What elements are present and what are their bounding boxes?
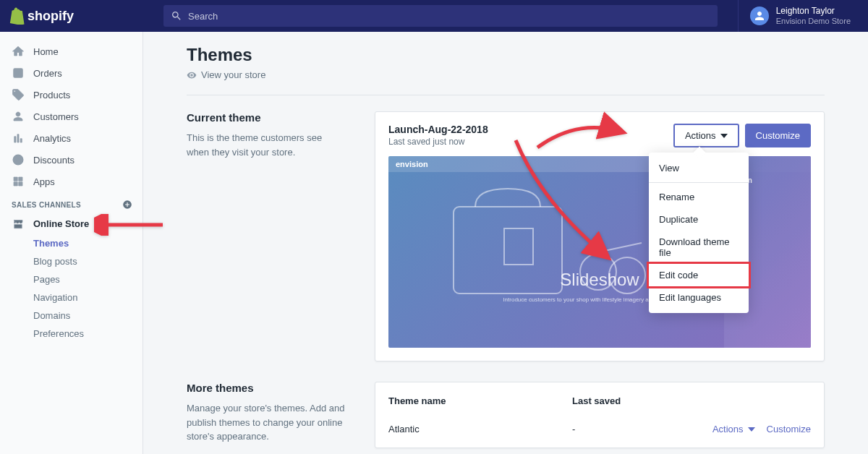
brand-text: shopify <box>27 9 74 24</box>
section-info: Current theme This is the theme customer… <box>187 111 346 361</box>
logo-area[interactable]: shopify <box>6 7 143 25</box>
row-theme-name: Atlantic <box>388 424 572 434</box>
view-store-link[interactable]: View your store <box>187 69 825 80</box>
sidebar-sub-blog[interactable]: Blog posts <box>33 252 142 270</box>
apps-icon <box>12 175 25 188</box>
customize-button[interactable]: Customize <box>745 124 811 147</box>
customize-button-label: Customize <box>756 130 800 141</box>
sidebar-sub-items: Themes Blog posts Pages Navigation Domai… <box>0 234 142 343</box>
search-input[interactable] <box>188 11 710 22</box>
theme-saved: Last saved just now <box>388 137 488 147</box>
store-icon <box>12 217 25 230</box>
channels-header-text: SALES CHANNELS <box>12 201 81 209</box>
theme-name: Launch-Aug-22-2018 <box>388 124 488 135</box>
section-info: More themes Manage your store's themes. … <box>187 382 346 448</box>
user-store: Envision Demo Store <box>776 17 851 26</box>
more-themes-card: Theme name Last saved Atlantic - Actions… <box>375 382 825 448</box>
actions-button[interactable]: Actions <box>673 124 739 147</box>
eye-icon <box>187 70 197 80</box>
search-wrap <box>143 5 738 27</box>
section-desc: This is the theme customers see when the… <box>187 131 346 159</box>
dropdown-view[interactable]: View <box>649 157 749 179</box>
actions-button-label: Actions <box>685 130 716 141</box>
sidebar-sub-preferences[interactable]: Preferences <box>33 325 142 343</box>
theme-buttons: Actions Customize View Rename Duplicate <box>673 124 811 147</box>
dropdown-duplicate[interactable]: Duplicate <box>649 208 749 231</box>
slideshow-title: Slideshow <box>560 270 639 290</box>
sidebar-sub-navigation[interactable]: Navigation <box>33 288 142 307</box>
view-store-label: View your store <box>201 69 265 80</box>
customer-icon <box>12 110 25 123</box>
sidebar-item-apps[interactable]: Apps <box>0 171 142 192</box>
sidebar-item-analytics[interactable]: Analytics <box>0 127 142 149</box>
user-text: Leighton Taylor Envision Demo Store <box>776 6 851 26</box>
sidebar-item-label: Orders <box>33 68 62 79</box>
sidebar-item-orders[interactable]: Orders <box>0 62 142 84</box>
current-theme-section: Current theme This is the theme customer… <box>187 111 825 361</box>
dropdown-edit-code[interactable]: Edit code <box>647 262 751 288</box>
search-icon <box>171 10 182 22</box>
channels-header: SALES CHANNELS <box>0 192 142 213</box>
sidebar-item-label: Discounts <box>33 155 75 166</box>
main-content: Themes View your store Current theme Thi… <box>143 32 868 454</box>
discount-icon <box>12 153 25 166</box>
col-actions <box>695 395 811 406</box>
sidebar-sub-domains[interactable]: Domains <box>33 307 142 325</box>
user-name: Leighton Taylor <box>776 6 851 16</box>
actions-dropdown: View Rename Duplicate Download theme fil… <box>649 153 749 313</box>
shopify-bag-icon <box>9 7 25 25</box>
col-name: Theme name <box>388 395 572 406</box>
sidebar-item-customers[interactable]: Customers <box>0 106 142 127</box>
layout: Home Orders Products Customers Analytics… <box>0 32 868 454</box>
home-icon <box>12 45 25 58</box>
avatar <box>750 7 769 25</box>
row-actions: Actions Customize <box>695 424 811 434</box>
dropdown-edit-languages[interactable]: Edit languages <box>649 286 749 309</box>
sidebar-item-label: Analytics <box>33 133 71 144</box>
dropdown-download[interactable]: Download theme file <box>649 231 749 264</box>
sidebar-item-label: Online Store <box>33 218 89 229</box>
dropdown-rename[interactable]: Rename <box>649 186 749 208</box>
page-title: Themes <box>187 45 825 65</box>
table-head: Theme name Last saved <box>388 395 811 415</box>
more-themes-section: More themes Manage your store's themes. … <box>187 382 825 448</box>
caret-down-icon <box>720 132 728 140</box>
dropdown-divider <box>649 182 749 183</box>
tag-icon <box>12 88 25 101</box>
preview-logo: envision <box>396 160 428 168</box>
search-box[interactable] <box>163 5 718 27</box>
add-channel-icon[interactable] <box>122 200 132 210</box>
sidebar-item-label: Customers <box>33 111 79 122</box>
row-actions-link[interactable]: Actions <box>712 424 744 434</box>
sidebar: Home Orders Products Customers Analytics… <box>0 32 143 454</box>
row-saved: - <box>572 424 695 434</box>
sidebar-item-label: Home <box>33 46 59 57</box>
topbar: shopify Leighton Taylor Envision Demo St… <box>0 0 868 32</box>
table-row: Atlantic - Actions Customize <box>388 415 811 434</box>
orders-icon <box>12 67 25 80</box>
svg-rect-0 <box>14 69 22 77</box>
section-title: Current theme <box>187 111 346 124</box>
person-icon <box>753 9 766 22</box>
shopify-logo: shopify <box>9 7 74 25</box>
annotation-arrow-1 <box>94 214 166 239</box>
caret-down-icon <box>748 426 755 433</box>
sidebar-item-label: Apps <box>33 176 55 187</box>
divider <box>187 95 825 95</box>
sidebar-item-home[interactable]: Home <box>0 40 142 62</box>
section-title: More themes <box>187 382 346 394</box>
analytics-icon <box>12 132 25 145</box>
theme-title-block: Launch-Aug-22-2018 Last saved just now <box>388 124 488 147</box>
sidebar-sub-pages[interactable]: Pages <box>33 270 142 288</box>
section-desc: Manage your store's themes. Add and publ… <box>187 401 346 444</box>
col-saved: Last saved <box>572 395 695 406</box>
row-customize-link[interactable]: Customize <box>767 424 811 434</box>
sidebar-item-products[interactable]: Products <box>0 84 142 106</box>
user-menu[interactable]: Leighton Taylor Envision Demo Store <box>738 0 862 32</box>
sidebar-item-discounts[interactable]: Discounts <box>0 149 142 171</box>
annotation-arrow-3 <box>512 137 613 270</box>
sidebar-item-label: Products <box>33 90 70 100</box>
